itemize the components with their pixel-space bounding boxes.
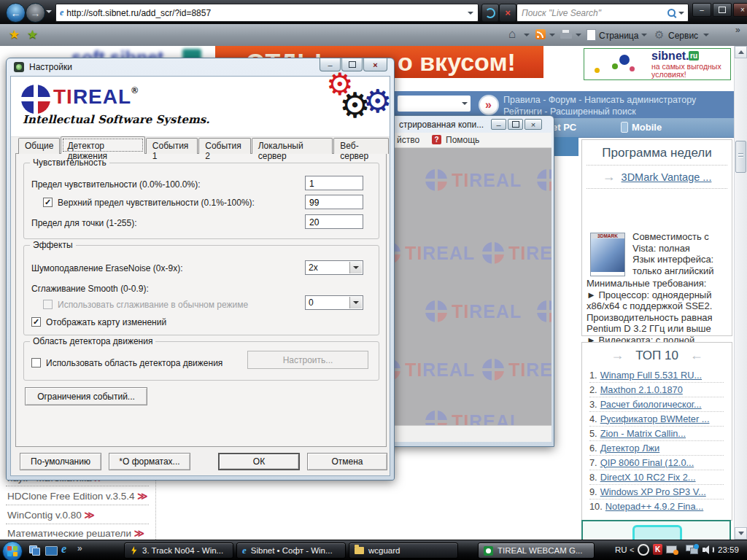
promo-box[interactable]: sibnet. ru на самых выгодных условиях! [584, 48, 731, 80]
search-dropdown-icon[interactable] [678, 12, 684, 15]
nav-mobile[interactable]: Mobile [632, 122, 662, 133]
address-input[interactable] [63, 8, 468, 18]
use-area-checkbox[interactable] [31, 358, 41, 368]
page-menu-dropdown-icon[interactable] [641, 34, 647, 36]
taskbar-item-wcguard[interactable]: wcguard [349, 542, 458, 559]
formats-button[interactable]: *О форматах... [109, 453, 190, 470]
top10-link[interactable]: Детектор Лжи [600, 443, 660, 454]
tray-keyboard-icon[interactable] [666, 545, 677, 553]
minimize-button[interactable]: – [692, 3, 711, 17]
tab-web-server[interactable]: Веб-сервер [333, 138, 389, 154]
combo-dropdown-icon[interactable] [349, 262, 362, 273]
menu-help[interactable]: Помощь [446, 135, 479, 145]
nav-pocket-pc[interactable]: et PC [552, 122, 576, 133]
tray-volume-icon[interactable] [703, 545, 714, 555]
week-program-cover[interactable]: 3DMARK [590, 233, 625, 276]
ie-quicklaunch-icon[interactable]: e [61, 542, 66, 556]
site-search-dropdown-icon[interactable] [462, 102, 468, 105]
tools-gear-icon[interactable]: ⚙ [654, 28, 664, 42]
smooth-normal-checkbox[interactable] [43, 300, 53, 309]
site-search-go-button[interactable]: » [479, 95, 499, 115]
taskbar-item-tireal-webcam[interactable]: TIREAL WEBCAM G... [478, 542, 595, 559]
left-link[interactable]: WinContig v.0.80 [7, 510, 82, 521]
scroll-up-button[interactable] [735, 46, 747, 58]
tab-motion-detector[interactable]: Детектор движения [61, 136, 144, 154]
top10-link[interactable]: Расчет биологическог... [600, 399, 702, 410]
cancel-button[interactable]: Отмена [307, 453, 387, 470]
top10-link[interactable]: Winamp Full 5.531 RU... [600, 370, 702, 381]
change-map-checkbox[interactable]: ✓ [31, 317, 41, 327]
tools-menu-dropdown-icon[interactable] [703, 34, 709, 36]
top10-link[interactable]: Русификатор BWMeter ... [600, 413, 710, 424]
close-button[interactable]: × [733, 3, 747, 17]
defaults-button[interactable]: По-умолчанию [20, 453, 101, 470]
history-dropdown-icon[interactable] [46, 10, 52, 13]
webcam-minimize-button[interactable]: – [491, 119, 506, 130]
webcam-close-button[interactable]: × [525, 119, 542, 130]
webcam-maximize-button[interactable] [508, 119, 523, 130]
top10-link[interactable]: Maxthon 2.1.0.1870 [600, 384, 683, 395]
ok-button[interactable]: ОК [218, 453, 300, 470]
week-program-link[interactable]: 3DMark Vantage ... [622, 171, 712, 183]
point-limit-input[interactable] [305, 214, 363, 229]
dialog-close-button[interactable]: × [363, 58, 387, 71]
scroll-down-button[interactable] [735, 527, 747, 540]
smooth-combo[interactable]: 0 [305, 295, 363, 310]
taskbar-item-sibnet[interactable]: e Sibnet • Софт - Win... [236, 542, 346, 559]
feeds-dropdown-icon[interactable] [549, 34, 555, 36]
back-button[interactable]: ← [6, 3, 26, 23]
more-commands-icon[interactable]: » [735, 25, 740, 35]
taskbar-item-winamp[interactable]: 3. Track No04 - Win... [124, 542, 233, 559]
start-button[interactable] [2, 541, 23, 560]
add-favorite-star-icon[interactable]: ★ [27, 27, 38, 42]
address-dropdown-icon[interactable] [468, 12, 473, 15]
language-indicator[interactable]: RU [615, 545, 627, 554]
top10-link[interactable]: QIP 8060 Final (12.0... [600, 457, 694, 468]
favorites-star-icon[interactable]: ★ [9, 27, 20, 42]
scroll-thumb[interactable] [735, 141, 746, 173]
feeds-icon[interactable] [535, 29, 546, 39]
tab-general[interactable]: Общие [18, 138, 60, 154]
noise-combo[interactable]: 2x [305, 260, 363, 275]
printer-icon[interactable] [560, 33, 572, 39]
search-icon[interactable] [667, 9, 676, 17]
home-icon[interactable]: ⌂ [508, 27, 516, 42]
print-dropdown-icon[interactable] [576, 34, 581, 36]
site-search-combo[interactable] [398, 96, 471, 112]
forward-button[interactable]: → [26, 3, 45, 23]
upper-limit-checkbox[interactable]: ✓ [43, 198, 53, 207]
clock[interactable]: 23:59 [718, 545, 739, 554]
top10-link[interactable]: DirectX 10 RC2 Fix 2... [600, 472, 696, 483]
header-links-row1[interactable]: Правила - Форум - Написать администратор… [503, 95, 696, 105]
page-menu[interactable]: Страница [599, 31, 638, 41]
page-scrollbar[interactable] [734, 46, 747, 540]
sens-limit-value[interactable] [308, 176, 363, 191]
switch-windows-icon[interactable] [29, 545, 40, 555]
top10-link[interactable]: Windows XP Pro SP3 V... [600, 486, 706, 497]
upper-limit-value[interactable] [308, 195, 363, 210]
top10-link[interactable]: Zion - Matrix Callin... [600, 428, 686, 439]
left-link[interactable]: HDClone Free Edition v.3.5.4 [7, 491, 135, 502]
stop-button[interactable]: × [499, 4, 516, 22]
search-box[interactable] [516, 4, 689, 22]
maximize-button[interactable] [713, 3, 732, 17]
refresh-button[interactable] [481, 4, 499, 22]
point-limit-value[interactable] [308, 215, 363, 230]
tab-events-2[interactable]: События 2 [198, 138, 250, 154]
tab-events-1[interactable]: События 1 [146, 138, 198, 154]
menu-device[interactable]: йство [397, 135, 419, 145]
upper-limit-input[interactable] [305, 195, 363, 209]
show-desktop-icon[interactable] [45, 546, 58, 556]
tray-webcam-icon[interactable] [638, 544, 649, 556]
left-link[interactable]: Математические решатели [7, 528, 131, 539]
address-bar[interactable]: e [55, 4, 479, 22]
tab-local-server[interactable]: Локальный сервер [252, 138, 333, 154]
quicklaunch-more-icon[interactable]: » [77, 543, 82, 553]
configure-button[interactable]: Настроить... [247, 351, 368, 369]
combo-dropdown-icon[interactable] [349, 297, 362, 308]
top10-link[interactable]: Notepad++ 4.9.2 Fina... [605, 501, 703, 512]
event-limits-button[interactable]: Ограничения событий... [25, 387, 147, 405]
search-input[interactable] [517, 8, 667, 18]
tools-menu[interactable]: Сервис [668, 31, 698, 41]
tray-kaspersky-icon[interactable]: K [653, 544, 662, 555]
